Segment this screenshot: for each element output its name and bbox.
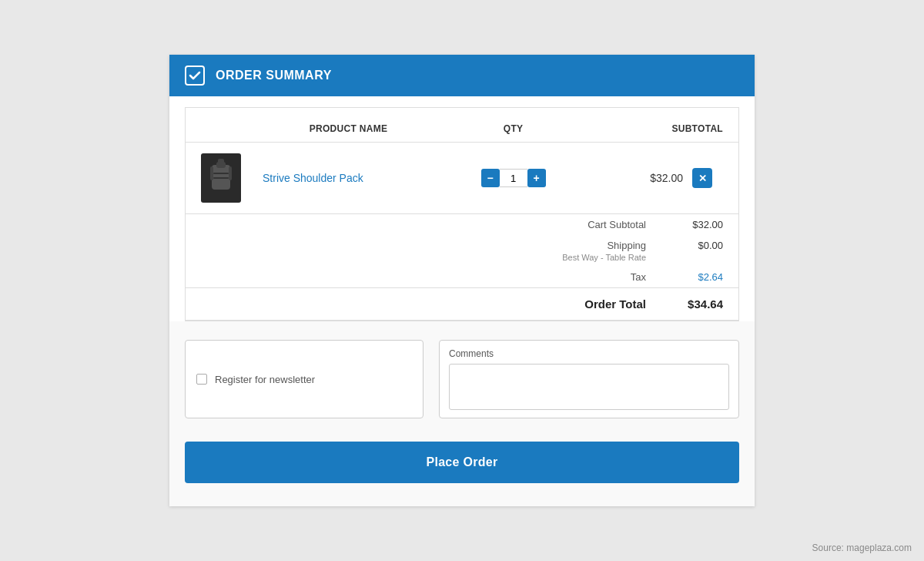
place-order-button[interactable]: Place Order: [185, 442, 739, 483]
cart-subtotal-value: $32.00: [677, 219, 723, 230]
shipping-value: $0.00: [677, 240, 723, 262]
col-product-image: [186, 116, 252, 143]
svg-rect-5: [210, 166, 213, 180]
order-table-wrapper: PRODUCT NAME QTY SUBTOTAL: [185, 107, 739, 321]
order-summary-header: ORDER SUMMARY: [169, 55, 755, 96]
product-name-cell: Strive Shoulder Pack: [252, 143, 445, 214]
shipping-label: Shipping Best Way - Table Rate: [523, 240, 646, 262]
svg-rect-4: [213, 177, 229, 179]
col-product-name: PRODUCT NAME: [252, 116, 445, 143]
source-label: Source: mageplaza.com: [812, 543, 912, 553]
product-image-cell: [186, 143, 252, 214]
svg-rect-2: [218, 159, 224, 163]
newsletter-label: Register for newsletter: [215, 374, 315, 385]
cart-subtotal-label: Cart Subtotal: [523, 219, 646, 230]
qty-control: − +: [481, 169, 546, 187]
qty-increase-button[interactable]: +: [527, 169, 546, 187]
order-table: PRODUCT NAME QTY SUBTOTAL: [186, 116, 738, 214]
subtotal-action-cell: $32.00 ✕: [581, 143, 738, 214]
svg-rect-6: [229, 166, 232, 180]
shipping-method-label: Best Way - Table Rate: [562, 253, 646, 262]
product-image: [201, 153, 241, 203]
qty-cell: − +: [445, 143, 581, 214]
subtotal-action-container: $32.00 ✕: [592, 168, 728, 188]
comments-label: Comments: [449, 348, 729, 359]
order-total-label: Order Total: [523, 297, 646, 311]
tax-row: Tax $2.64: [186, 267, 738, 287]
order-summary-title: ORDER SUMMARY: [216, 69, 332, 82]
newsletter-checkbox[interactable]: [196, 374, 207, 385]
svg-rect-3: [213, 173, 229, 174]
shipping-row: Shipping Best Way - Table Rate $0.00: [186, 235, 738, 267]
table-row: Strive Shoulder Pack − + $32.00 ✕: [186, 143, 738, 214]
cart-subtotal-row: Cart Subtotal $32.00: [186, 214, 738, 235]
order-total-value: $34.64: [677, 297, 723, 311]
tax-label: Tax: [523, 271, 646, 283]
qty-input[interactable]: [500, 169, 527, 187]
comments-textarea[interactable]: [449, 364, 729, 410]
newsletter-box: Register for newsletter: [185, 340, 424, 418]
col-qty: QTY: [445, 116, 581, 143]
col-subtotal: SUBTOTAL: [581, 116, 738, 143]
place-order-row: Place Order: [169, 442, 755, 506]
order-total-row: Order Total $34.64: [186, 287, 738, 320]
bottom-section: Register for newsletter Comments: [169, 321, 755, 442]
comments-section: Comments: [439, 340, 739, 418]
qty-decrease-button[interactable]: −: [481, 169, 500, 187]
tax-value: $2.64: [677, 271, 723, 283]
product-subtotal: $32.00: [650, 172, 683, 184]
remove-item-button[interactable]: ✕: [692, 168, 712, 188]
check-icon: [185, 66, 205, 86]
totals-section: Cart Subtotal $32.00 Shipping Best Way -…: [186, 214, 738, 321]
product-name-link[interactable]: Strive Shoulder Pack: [263, 172, 363, 184]
